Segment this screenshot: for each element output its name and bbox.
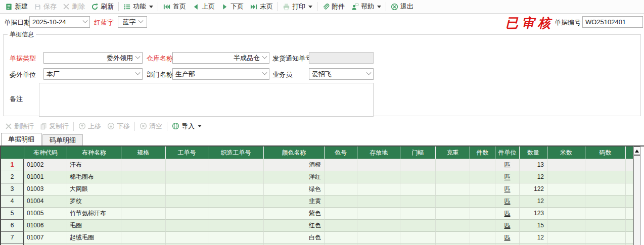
table-cell[interactable]	[547, 171, 585, 183]
table-cell[interactable]: 15	[520, 220, 547, 232]
help-button[interactable]: 帮助	[348, 1, 384, 13]
table-cell[interactable]: 01004	[24, 195, 67, 208]
table-cell[interactable]: 白色	[264, 232, 325, 244]
table-cell[interactable]	[166, 208, 208, 220]
table-cell[interactable]: 匹	[495, 171, 520, 183]
table-cell[interactable]	[121, 208, 166, 220]
outsource-unit-combobox[interactable]: 本厂	[43, 68, 143, 80]
scroll-up-arrow-icon[interactable]	[634, 147, 640, 155]
delete-button[interactable]: 删除	[60, 1, 88, 13]
table-cell[interactable]	[325, 220, 357, 232]
table-cell[interactable]	[357, 220, 400, 232]
doc-date-combobox[interactable]: 2025-10-24	[29, 16, 90, 28]
table-cell[interactable]	[208, 183, 264, 195]
table-cell[interactable]	[400, 195, 436, 208]
table-cell[interactable]	[547, 159, 585, 171]
table-cell[interactable]	[166, 183, 208, 195]
table-cell[interactable]: 匹	[495, 183, 520, 195]
table-cell[interactable]	[547, 195, 585, 208]
department-combobox[interactable]: 生产部	[172, 68, 269, 80]
copy-row-button[interactable]: 复制行	[37, 120, 72, 132]
table-cell[interactable]	[470, 171, 495, 183]
move-up-button[interactable]: 上移	[75, 120, 104, 132]
table-cell[interactable]: 匹	[495, 195, 520, 208]
scrollbar-thumb[interactable]	[634, 155, 640, 245]
table-cell[interactable]: 酒橙	[264, 159, 325, 171]
table-cell[interactable]: 01005	[24, 208, 67, 220]
table-cell[interactable]	[400, 171, 436, 183]
table-cell[interactable]	[585, 220, 626, 232]
refresh-button[interactable]: 刷新	[88, 1, 117, 13]
table-cell[interactable]: 绿色	[264, 183, 325, 195]
delivery-notice-input[interactable]	[309, 52, 374, 64]
table-cell[interactable]	[400, 232, 436, 244]
row-number-cell[interactable]: 7	[1, 232, 24, 244]
table-cell[interactable]: 匹	[495, 159, 520, 171]
table-cell[interactable]	[585, 183, 626, 195]
table-cell[interactable]: 棉毛圈布	[67, 171, 121, 183]
table-cell[interactable]	[357, 195, 400, 208]
table-cell[interactable]	[585, 171, 626, 183]
table-cell[interactable]	[436, 171, 470, 183]
table-cell[interactable]	[585, 232, 626, 244]
table-cell[interactable]	[325, 195, 357, 208]
table-cell[interactable]	[436, 195, 470, 208]
last-page-button[interactable]: 末页	[247, 1, 276, 13]
table-cell[interactable]	[325, 183, 357, 195]
table-cell[interactable]	[121, 232, 166, 244]
table-cell[interactable]: 洋红	[264, 171, 325, 183]
doc-type-combobox[interactable]: 委外领用	[43, 52, 143, 64]
table-cell[interactable]	[585, 195, 626, 208]
table-cell[interactable]	[208, 159, 264, 171]
table-cell[interactable]	[166, 171, 208, 183]
table-cell[interactable]	[626, 208, 633, 220]
table-cell[interactable]: 紫色	[264, 208, 325, 220]
tab-doc-detail[interactable]: 单据明细	[1, 133, 41, 145]
table-cell[interactable]	[547, 232, 585, 244]
attachment-button[interactable]: 附件	[319, 1, 348, 13]
table-cell[interactable]	[585, 208, 626, 220]
table-cell[interactable]	[436, 159, 470, 171]
table-cell[interactable]	[121, 183, 166, 195]
first-page-button[interactable]: 首页	[160, 1, 189, 13]
row-number-cell[interactable]: 3	[1, 183, 24, 195]
row-number-cell[interactable]: 4	[1, 195, 24, 208]
vertical-scrollbar[interactable]	[633, 146, 640, 245]
table-cell[interactable]	[626, 232, 633, 244]
clear-button[interactable]: 清空	[136, 120, 165, 132]
table-cell[interactable]	[121, 171, 166, 183]
table-cell[interactable]	[585, 159, 626, 171]
table-cell[interactable]: 12	[520, 195, 547, 208]
table-cell[interactable]	[208, 208, 264, 220]
table-cell[interactable]: 起绒毛圈	[67, 232, 121, 244]
exit-button[interactable]: 退出	[388, 1, 417, 13]
table-cell[interactable]	[547, 208, 585, 220]
table-cell[interactable]	[400, 220, 436, 232]
table-cell[interactable]	[400, 159, 436, 171]
table-cell[interactable]: 匹	[495, 208, 520, 220]
table-cell[interactable]	[400, 183, 436, 195]
tab-packing-detail[interactable]: 码单明细	[42, 134, 83, 145]
table-cell[interactable]	[470, 183, 495, 195]
table-cell[interactable]	[436, 220, 470, 232]
table-cell[interactable]: 汗布	[67, 159, 121, 171]
table-cell[interactable]	[121, 159, 166, 171]
table-cell[interactable]: 匹	[495, 232, 520, 244]
doc-no-input[interactable]: WO25102401	[582, 16, 643, 28]
table-cell[interactable]: 122	[520, 183, 547, 195]
table-cell[interactable]: 01001	[24, 171, 67, 183]
blue-entry-combobox[interactable]: 蓝字	[118, 16, 147, 28]
table-cell[interactable]	[208, 220, 264, 232]
table-cell[interactable]	[121, 220, 166, 232]
table-cell[interactable]	[436, 183, 470, 195]
table-cell[interactable]	[357, 183, 400, 195]
table-cell[interactable]: 01002	[24, 159, 67, 171]
row-number-cell[interactable]: 1	[1, 159, 24, 171]
table-cell[interactable]	[470, 208, 495, 220]
print-button[interactable]: 打印	[280, 1, 315, 13]
table-cell[interactable]	[325, 159, 357, 171]
table-cell[interactable]	[436, 208, 470, 220]
new-button[interactable]: 新建	[2, 1, 31, 13]
table-cell[interactable]	[470, 195, 495, 208]
table-cell[interactable]: 大网眼	[67, 183, 121, 195]
